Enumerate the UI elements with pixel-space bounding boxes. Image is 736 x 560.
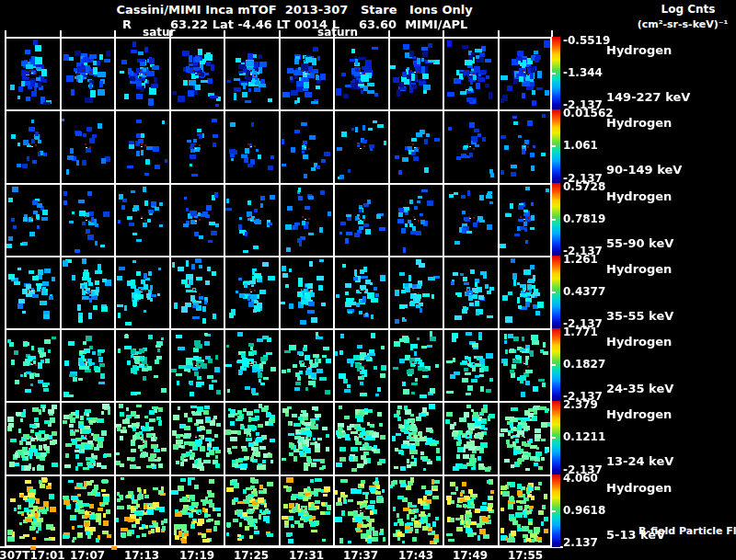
subtitle-part: 63.22 Lat -4.46 LT 0014 L xyxy=(170,17,339,31)
species-energy: 5-13 keV xyxy=(606,527,730,543)
top-axis-tick xyxy=(443,30,444,37)
top-axis-tick xyxy=(114,30,116,37)
species-name: Hydrogen xyxy=(606,334,730,349)
colorbar-mid-tick xyxy=(552,364,556,366)
row-species-label: Hydrogen 5-13 keV xyxy=(606,449,730,560)
colorbar-mid-tick xyxy=(552,73,556,74)
time-tick-label: 17:55 xyxy=(484,549,567,560)
colorbar-mid-tick xyxy=(552,219,556,221)
species-name: Hydrogen xyxy=(606,480,730,496)
bottom-axis-line xyxy=(0,546,563,548)
top-axis-tick xyxy=(498,30,500,37)
species-name: Hydrogen xyxy=(606,261,730,277)
species-name: Hydrogen xyxy=(606,406,730,422)
cassini-mimi-inca-display: Cassini/MIMI Inca mTOF 2013-307 Stare Io… xyxy=(0,0,736,560)
top-axis-tick xyxy=(279,30,281,37)
top-axis-tick xyxy=(551,30,553,37)
species-name: Hydrogen xyxy=(606,42,730,58)
axis-event-marker xyxy=(111,546,117,550)
top-axis-tick xyxy=(60,30,62,37)
panel-grid-canvas xyxy=(5,37,552,547)
top-axis-tick xyxy=(388,30,390,37)
saturn-marker-label: saturn xyxy=(317,26,358,39)
colorbar-mid-tick xyxy=(552,437,556,439)
subtitle-part: R xyxy=(122,17,132,31)
colorbar-mid-tick xyxy=(552,145,556,147)
colorbar-mid-tick xyxy=(552,510,556,512)
saturn-marker-label: satur xyxy=(143,26,175,39)
axis-event-marker xyxy=(30,546,36,550)
top-axis-tick xyxy=(5,30,6,37)
species-name: Hydrogen xyxy=(606,189,730,204)
subtitle-part: 63.60 MIMI/APL xyxy=(359,17,467,31)
species-name: Hydrogen xyxy=(606,115,730,131)
colorbar-mid-tick xyxy=(552,291,556,293)
top-axis-tick xyxy=(224,30,225,37)
page-title: Cassini/MIMI Inca mTOF 2013-307 Stare Io… xyxy=(14,3,575,17)
